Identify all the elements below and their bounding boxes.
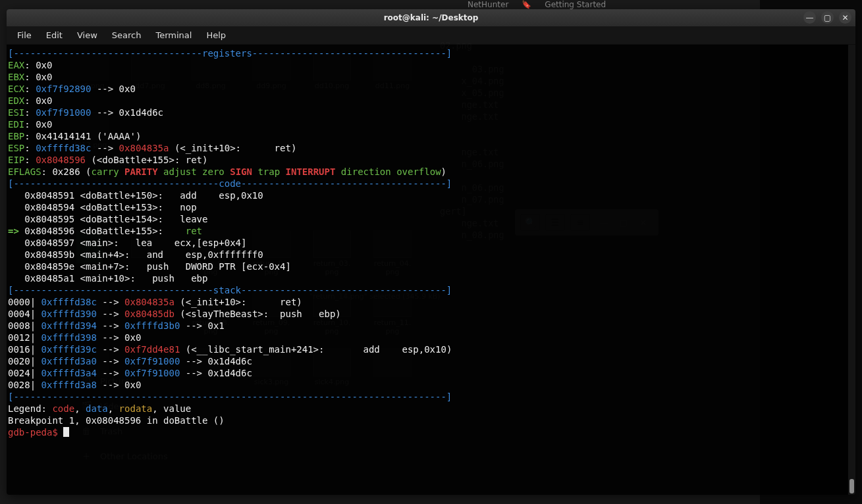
maximize-button[interactable]: ▢ xyxy=(821,11,834,24)
scrollbar-thumb[interactable] xyxy=(849,479,854,493)
terminal-cursor[interactable] xyxy=(63,427,69,437)
window-title: root@kali: ~/Desktop xyxy=(7,13,855,22)
bg-tab: Getting Started xyxy=(545,0,606,9)
menu-search[interactable]: Search xyxy=(105,28,148,43)
bg-browser-tabs: NetHunter 🔖 Getting Started xyxy=(448,0,862,9)
terminal-output[interactable]: [----------------------------------regis… xyxy=(7,45,855,495)
bg-tab: NetHunter xyxy=(468,0,508,9)
menu-view[interactable]: View xyxy=(70,28,104,43)
terminal-window: root@kali: ~/Desktop — ▢ ✕ FileEditViewS… xyxy=(7,9,855,495)
menu-edit[interactable]: Edit xyxy=(40,28,69,43)
menubar: FileEditViewSearchTerminalHelp xyxy=(7,26,855,45)
scrollbar[interactable] xyxy=(848,45,855,495)
close-button[interactable]: ✕ xyxy=(839,11,851,24)
menu-help[interactable]: Help xyxy=(200,28,232,43)
menu-terminal[interactable]: Terminal xyxy=(149,28,198,43)
minimize-button[interactable]: — xyxy=(803,11,816,24)
menu-file[interactable]: File xyxy=(11,28,38,43)
titlebar[interactable]: root@kali: ~/Desktop — ▢ ✕ xyxy=(7,9,855,26)
